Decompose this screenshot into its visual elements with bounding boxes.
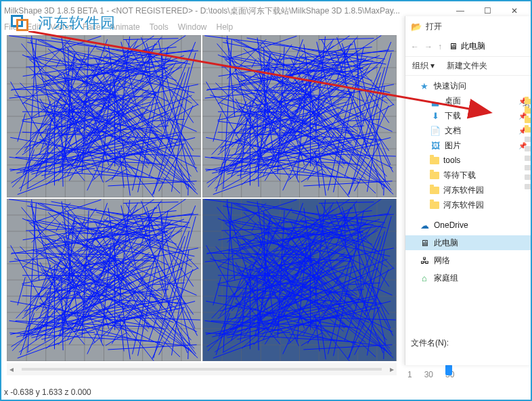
- dialog-title-bar: 📂 打开: [405, 16, 532, 37]
- drive-icon: [525, 184, 531, 189]
- frame-thumb[interactable]: [445, 364, 452, 375]
- doc-icon: 📄: [430, 125, 441, 136]
- star-icon: ★: [419, 80, 430, 91]
- folder-icon: [525, 118, 531, 123]
- frame-cur: 30: [424, 370, 433, 379]
- file-list-preview: [524, 99, 532, 189]
- drive-icon: [525, 156, 531, 161]
- tree-network[interactable]: 🖧网络: [405, 253, 532, 268]
- tree-thispc[interactable]: 🖥此电脑: [405, 235, 532, 250]
- tree-desktop[interactable]: ▃桌面📌: [405, 93, 532, 108]
- open-dialog: 📂 打开 ← → ↑ 🖥 此电脑 组织 ▾ 新建文件夹 名 ★快速访问 ▃桌面📌…: [405, 16, 532, 365]
- viewport-top[interactable]: [7, 35, 201, 197]
- watermark-icon: [5, 11, 34, 35]
- breadcrumb[interactable]: 🖥 此电脑: [447, 41, 485, 52]
- drive-icon: [525, 174, 531, 180]
- pc-icon: 🖥: [447, 41, 458, 52]
- tree-folder[interactable]: 河东软件园: [405, 197, 532, 212]
- drive-icon: [525, 165, 531, 170]
- tree-quick[interactable]: ★快速访问: [405, 78, 532, 93]
- desktop-icon: ▃: [430, 95, 441, 106]
- nav-back-icon[interactable]: ←: [411, 42, 419, 51]
- nav-tree: ★快速访问 ▃桌面📌 ⬇下载📌 📄文档📌 🖼图片📌 tools 等待下载 河东软…: [405, 76, 532, 288]
- tree-documents[interactable]: 📄文档📌: [405, 123, 532, 138]
- pc-icon: 🖥: [419, 237, 430, 248]
- folder-icon: [525, 108, 531, 114]
- slider-left-icon[interactable]: ◂: [7, 364, 16, 374]
- frame-readout: 1 30 30: [407, 370, 454, 379]
- tree-downloads[interactable]: ⬇下载📌: [405, 108, 532, 123]
- open-icon: 📂: [411, 21, 422, 32]
- menu-tools[interactable]: Tools: [150, 22, 169, 32]
- slider-right-icon[interactable]: ▸: [387, 364, 397, 374]
- pic-icon: 🖼: [430, 140, 441, 151]
- timeline-slider[interactable]: ◂ ▸: [7, 363, 397, 375]
- slider-track[interactable]: [22, 368, 382, 371]
- folder-icon: [430, 187, 439, 194]
- frame-start: 1: [407, 370, 412, 379]
- folder-icon: [525, 127, 531, 133]
- download-icon: ⬇: [430, 110, 441, 121]
- filename-label: 文件名(N):: [411, 338, 449, 348]
- drive-icon: [525, 137, 531, 142]
- tree-pictures[interactable]: 🖼图片📌: [405, 138, 532, 153]
- menu-help[interactable]: Help: [216, 22, 233, 32]
- dialog-title: 打开: [426, 21, 442, 32]
- nav-up-icon[interactable]: ↑: [438, 42, 442, 51]
- folder-icon: [430, 202, 439, 209]
- tree-folder[interactable]: 等待下载: [405, 168, 532, 183]
- viewport-front[interactable]: [202, 35, 397, 197]
- filename-row: 文件名(N):: [405, 335, 532, 352]
- tree-homegroup[interactable]: ⌂家庭组: [405, 270, 532, 285]
- watermark-text: 河东软件园: [38, 13, 116, 33]
- tree-onedrive[interactable]: ☁OneDrive: [405, 218, 532, 233]
- cloud-icon: ☁: [419, 220, 430, 231]
- dialog-nav: ← → ↑ 🖥 此电脑: [405, 37, 532, 57]
- folder-icon: [525, 99, 531, 104]
- tree-folder[interactable]: tools: [405, 153, 532, 168]
- dialog-toolbar: 组织 ▾ 新建文件夹: [405, 57, 532, 76]
- folder-icon: [430, 157, 439, 164]
- newfolder-button[interactable]: 新建文件夹: [447, 60, 487, 72]
- status-coords: x -0.638 y 1.633 z 0.000: [4, 387, 91, 397]
- organize-button[interactable]: 组织 ▾: [412, 60, 435, 72]
- viewport-perspective[interactable]: [202, 199, 397, 361]
- network-icon: 🖧: [419, 255, 430, 266]
- drive-icon: [525, 146, 531, 151]
- folder-icon: [430, 172, 439, 179]
- watermark: 河东软件园: [5, 11, 116, 35]
- tree-folder[interactable]: 河东软件园: [405, 183, 532, 197]
- homegroup-icon: ⌂: [419, 273, 430, 283]
- viewport-grid: [7, 35, 397, 361]
- menu-window[interactable]: Window: [178, 22, 207, 32]
- nav-fwd-icon[interactable]: →: [424, 42, 433, 51]
- viewport-side[interactable]: [7, 199, 201, 361]
- crumb-thispc: 此电脑: [461, 41, 485, 52]
